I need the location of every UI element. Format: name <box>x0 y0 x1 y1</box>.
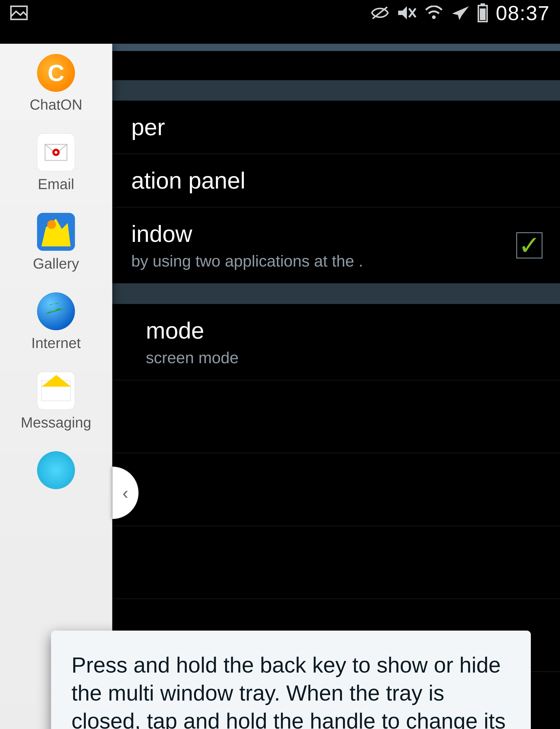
multiwindow-hint-popup: Press and hold the back key to show or h… <box>51 631 531 729</box>
tray-item-messaging[interactable]: Messaging <box>0 362 112 441</box>
row-subtitle: screen mode <box>146 348 496 367</box>
chaton-icon: C <box>37 54 75 92</box>
tray-label: ChatON <box>30 96 82 113</box>
svg-marker-2 <box>398 6 407 19</box>
multiwindow-checkbox[interactable]: ✓ <box>516 232 543 259</box>
status-right: 08:37 <box>370 1 550 25</box>
multiwindow-tray[interactable]: C ChatON Email Gallery Internet Messag <box>0 44 112 729</box>
tray-item-gallery[interactable]: Gallery <box>0 203 112 282</box>
tray-label: Internet <box>31 335 81 352</box>
row-title: indow <box>131 221 560 247</box>
popup-body: Press and hold the back key to show or h… <box>71 651 510 729</box>
gallery-icon <box>37 213 75 251</box>
tray-label: Gallery <box>33 255 79 272</box>
row-title: ation panel <box>131 167 560 194</box>
status-time: 08:37 <box>496 1 550 25</box>
tray-item-chaton[interactable]: C ChatON <box>0 44 112 123</box>
mute-icon <box>397 5 417 21</box>
app-icon <box>37 451 75 489</box>
eye-off-icon <box>370 6 389 21</box>
tray-item-partial[interactable] <box>0 441 112 499</box>
row-title: per <box>131 114 560 141</box>
svg-point-5 <box>432 15 436 19</box>
email-icon <box>37 133 75 171</box>
chevron-left-icon: ‹ <box>123 483 128 503</box>
tray-item-internet[interactable]: Internet <box>0 282 112 362</box>
svg-rect-7 <box>481 3 485 6</box>
screen: 08:37 isplay per ation panel indow by us… <box>0 0 560 729</box>
svg-point-13 <box>47 220 56 229</box>
battery-icon <box>477 3 489 23</box>
tray-label: Messaging <box>21 414 91 431</box>
svg-point-11 <box>55 151 57 154</box>
status-left <box>10 6 28 21</box>
internet-icon <box>37 292 75 330</box>
svg-rect-8 <box>480 8 486 20</box>
row-subtitle: by using two applications at the . <box>131 252 481 270</box>
messaging-icon <box>37 372 75 410</box>
wifi-icon <box>424 6 443 21</box>
airplane-mode-icon <box>451 5 470 21</box>
row-title: mode <box>146 317 560 344</box>
gallery-notification-icon <box>10 6 28 21</box>
tray-item-email[interactable]: Email <box>0 123 112 203</box>
tray-label: Email <box>38 176 74 193</box>
status-bar: 08:37 <box>0 0 560 26</box>
